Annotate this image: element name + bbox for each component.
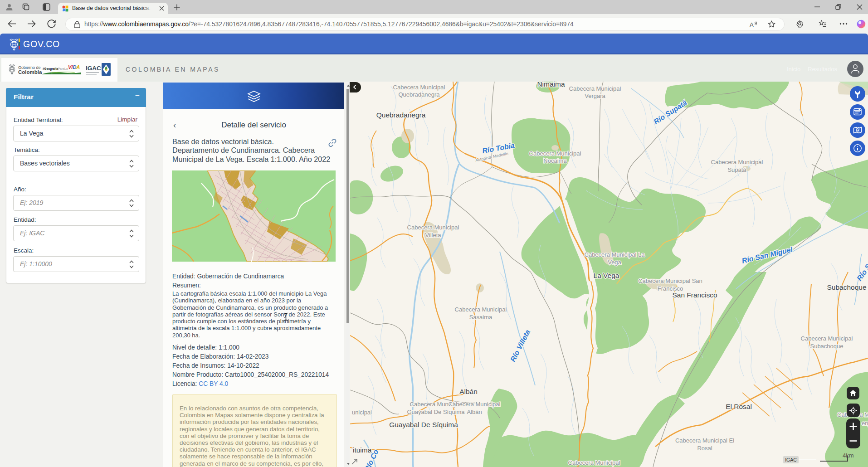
svg-text:Albán: Albán	[459, 388, 478, 395]
svg-text:Cabecera Municipal La: Cabecera Municipal La	[585, 251, 645, 258]
svg-text:A: A	[750, 21, 754, 28]
svg-text:Cabecera Municipal San: Cabecera Municipal San	[638, 277, 702, 284]
svg-text:Cabecera Municipal: Cabecera Municipal	[393, 84, 445, 91]
svg-text:Rosal: Rosal	[697, 445, 712, 452]
svg-text:Guayabal De Síquima: Guayabal De Síquima	[389, 421, 458, 428]
svg-text:Subachoque: Subachoque	[810, 343, 843, 350]
svg-text:Supatá: Supatá	[727, 166, 746, 173]
svg-text:Guayabal De Síquima: Guayabal De Síquima	[407, 409, 465, 415]
svg-text:Subachoque: Subachoque	[827, 283, 866, 291]
svg-text:unicipal: unicipal	[352, 409, 372, 416]
svg-text:ituima: ituima	[353, 446, 372, 454]
svg-text:Vega: Vega	[608, 259, 621, 266]
svg-text:enjo: enjo	[862, 420, 868, 427]
svg-text:Cabecera Municipal: Cabecera Municipal	[455, 306, 507, 313]
svg-text:Cabecera Municipal: Cabecera Municipal	[449, 401, 501, 408]
svg-text:Cabecera Municipal El: Cabecera Municipal El	[675, 437, 734, 444]
svg-text:Nocaima: Nocaima	[543, 157, 567, 164]
svg-text:Cabecera Municipal: Cabecera Municipal	[568, 459, 620, 466]
svg-text:Cabecera Municipal: Cabecera Municipal	[711, 159, 763, 165]
svg-text:Quebradanegra: Quebradanegra	[376, 111, 426, 119]
svg-text:Villeta: Villeta	[425, 232, 441, 238]
svg-text:Nimaima: Nimaima	[537, 82, 565, 88]
svg-text:El Rosal: El Rosal	[726, 403, 752, 410]
svg-text:Cabecera Municipal: Cabecera Municipal	[569, 85, 621, 92]
svg-text:Quebradanegra: Quebradanegra	[398, 91, 440, 98]
svg-text:Cabecera Municipal: Cabecera Municipal	[529, 150, 581, 157]
svg-text:Cabecera Municipal: Cabecera Municipal	[407, 224, 459, 231]
svg-text:Vergara: Vergara	[585, 92, 605, 99]
svg-text:Albán: Albán	[467, 409, 482, 415]
svg-text:Sasaima: Sasaima	[469, 314, 493, 321]
svg-text:Cabecera Municipal: Cabecera Municipal	[801, 335, 853, 342]
svg-text:San Francisco: San Francisco	[672, 291, 717, 299]
svg-text:La Vega: La Vega	[594, 272, 619, 279]
